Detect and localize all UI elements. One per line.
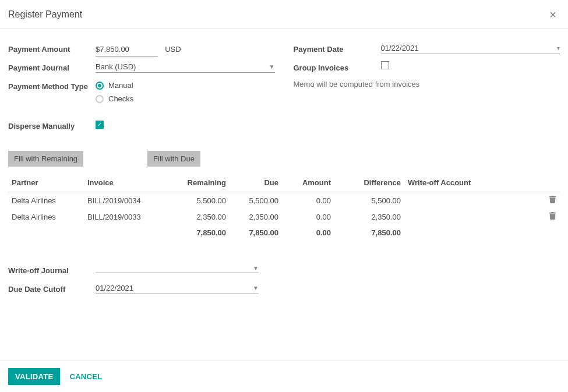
totals-row: 7,850.00 7,850.00 0.00 7,850.00 <box>8 225 560 241</box>
fill-with-due-button[interactable]: Fill with Due <box>147 151 200 167</box>
total-amount: 0.00 <box>282 225 334 241</box>
payment-amount-label: Payment Amount <box>8 43 96 54</box>
currency-code: USD <box>165 45 181 54</box>
form-left-col: Payment Amount $ USD Payment Journal <box>8 43 275 138</box>
col-difference: Difference <box>334 174 404 192</box>
chevron-down-icon: ▾ <box>557 45 560 51</box>
cell-difference: 5,500.00 <box>334 192 404 209</box>
writeoff-journal-select[interactable]: ▼ <box>96 264 259 273</box>
cell-partner: Delta Airlines <box>8 209 84 225</box>
cell-remaining: 5,500.00 <box>171 192 230 209</box>
memo-note: Memo will be computed from invoices <box>294 80 420 89</box>
fill-buttons-row: Fill with Remaining Fill with Due <box>8 151 560 167</box>
due-date-cutoff-label: Due Date Cutoff <box>8 282 96 294</box>
chevron-down-icon: ▼ <box>253 265 259 271</box>
cell-difference: 2,350.00 <box>334 209 404 225</box>
payment-method-option-checks[interactable]: Checks <box>96 94 275 103</box>
validate-button[interactable]: VALIDATE <box>8 368 60 385</box>
payment-method-row: Payment Method Type Manual Checks <box>8 80 275 103</box>
radio-checked-icon <box>96 82 104 90</box>
payment-method-label: Payment Method Type <box>8 80 96 91</box>
payment-amount-input-group: $ <box>96 43 158 56</box>
cell-invoice: BILL/2019/0033 <box>84 209 171 225</box>
payment-date-label: Payment Date <box>294 43 381 54</box>
register-payment-modal: Register Payment × Payment Amount $ USD <box>0 0 568 392</box>
disperse-manually-label: Disperse Manually <box>8 119 96 130</box>
writeoff-journal-row: Write-off Journal ▼ <box>8 264 259 278</box>
cell-invoice: BILL/2019/0034 <box>84 192 171 209</box>
cell-partner: Delta Airlines <box>8 192 84 209</box>
payment-date-field[interactable]: 01/22/2021 ▾ <box>381 43 560 54</box>
radio-unchecked-icon <box>96 95 104 103</box>
trash-icon[interactable] <box>549 212 556 220</box>
form-sheet: Payment Amount $ USD Payment Journal <box>8 43 560 138</box>
disperse-manually-row: Disperse Manually ✓ <box>8 119 275 133</box>
memo-note-row: Memo will be computed from invoices <box>294 80 560 94</box>
col-partner: Partner <box>8 174 84 192</box>
bottom-form: Write-off Journal ▼ Due Date Cutoff 01/2… <box>8 264 259 296</box>
cell-amount[interactable]: 0.00 <box>282 209 334 225</box>
fill-with-remaining-button[interactable]: Fill with Remaining <box>8 151 83 167</box>
cell-due: 2,350.00 <box>230 209 282 225</box>
payment-amount-field[interactable] <box>100 43 158 56</box>
radio-label-checks: Checks <box>108 94 133 103</box>
trash-icon[interactable] <box>549 196 556 203</box>
payment-journal-label: Payment Journal <box>8 61 96 72</box>
payment-journal-select[interactable]: Bank (USD) ▼ <box>96 61 275 73</box>
group-invoices-checkbox[interactable] <box>381 61 389 69</box>
cell-writeoff-account[interactable] <box>404 209 545 225</box>
cell-due: 5,500.00 <box>230 192 282 209</box>
payment-method-radio-group: Manual Checks <box>96 80 275 103</box>
col-due: Due <box>230 174 282 192</box>
cancel-button[interactable]: CANCEL <box>63 368 108 385</box>
chevron-down-icon: ▼ <box>253 285 259 291</box>
radio-label-manual: Manual <box>108 81 133 90</box>
col-invoice: Invoice <box>84 174 171 192</box>
form-right-col: Payment Date 01/22/2021 ▾ Group Invoices <box>294 43 560 138</box>
due-date-cutoff-value: 01/22/2021 <box>96 284 133 292</box>
col-writeoff-account: Write-off Account <box>404 174 545 192</box>
table-row[interactable]: Delta AirlinesBILL/2019/00345,500.005,50… <box>8 192 560 209</box>
payment-date-value: 01/22/2021 <box>381 44 419 52</box>
col-amount: Amount <box>282 174 334 192</box>
payment-journal-value: Bank (USD) <box>96 62 136 71</box>
group-invoices-label: Group Invoices <box>294 61 381 72</box>
total-difference: 7,850.00 <box>334 225 404 241</box>
currency-prefix: $ <box>96 45 100 54</box>
cell-writeoff-account[interactable] <box>404 192 545 209</box>
writeoff-journal-label: Write-off Journal <box>8 264 96 275</box>
payment-journal-row: Payment Journal Bank (USD) ▼ <box>8 61 275 75</box>
group-invoices-row: Group Invoices <box>294 61 560 75</box>
payment-amount-row: Payment Amount $ USD <box>8 43 275 56</box>
modal-body: Payment Amount $ USD Payment Journal <box>0 29 568 361</box>
disperse-manually-checkbox[interactable]: ✓ <box>96 121 104 129</box>
due-date-cutoff-field[interactable]: 01/22/2021 ▼ <box>96 282 259 294</box>
payment-method-option-manual[interactable]: Manual <box>96 81 275 90</box>
modal-title: Register Payment <box>8 9 82 20</box>
total-due: 7,850.00 <box>230 225 282 241</box>
table-row[interactable]: Delta AirlinesBILL/2019/00332,350.002,35… <box>8 209 560 225</box>
payment-date-row: Payment Date 01/22/2021 ▾ <box>294 43 560 56</box>
cell-remaining: 2,350.00 <box>171 209 230 225</box>
chevron-down-icon: ▼ <box>269 63 275 70</box>
modal-header: Register Payment × <box>0 0 568 29</box>
invoice-lines-table: Partner Invoice Remaining Due Amount Dif… <box>8 174 560 241</box>
due-date-cutoff-row: Due Date Cutoff 01/22/2021 ▼ <box>8 282 259 296</box>
cell-amount[interactable]: 0.00 <box>282 192 334 209</box>
modal-footer: VALIDATE CANCEL <box>0 361 568 392</box>
total-remaining: 7,850.00 <box>171 225 230 241</box>
close-icon[interactable]: × <box>546 8 560 21</box>
col-remaining: Remaining <box>171 174 230 192</box>
